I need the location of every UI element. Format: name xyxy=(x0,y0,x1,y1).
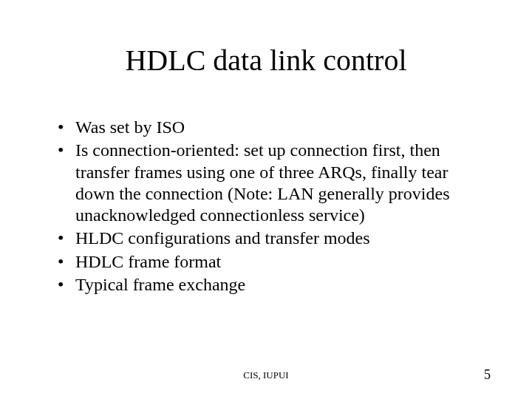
bullet-text: Is connection-oriented: set up connectio… xyxy=(75,140,450,225)
bullet-list: Was set by ISO Is connection-oriented: s… xyxy=(58,117,486,296)
list-item: HDLC frame format xyxy=(58,251,486,273)
list-item: HLDC configurations and transfer modes xyxy=(58,228,486,249)
list-item: Is connection-oriented: set up connectio… xyxy=(58,140,486,226)
list-item: Was set by ISO xyxy=(58,117,486,138)
bullet-text: Typical frame exchange xyxy=(75,275,245,294)
page-number: 5 xyxy=(484,367,491,383)
bullet-text: Was set by ISO xyxy=(75,117,185,137)
list-item: Typical frame exchange xyxy=(58,274,486,296)
slide-body: Was set by ISO Is connection-oriented: s… xyxy=(58,117,486,297)
footer-center: CIS, IUPUI xyxy=(0,369,532,381)
bullet-text: HDLC frame format xyxy=(75,252,221,271)
slide: HDLC data link control Was set by ISO Is… xyxy=(0,0,532,399)
bullet-text: HLDC configurations and transfer modes xyxy=(75,228,370,248)
slide-title: HDLC data link control xyxy=(0,43,532,78)
